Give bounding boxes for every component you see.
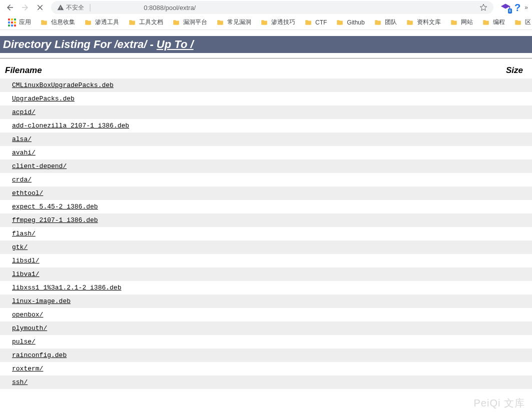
file-link[interactable]: libva1/ bbox=[12, 270, 40, 278]
bookmark-folder[interactable]: Github bbox=[333, 16, 367, 28]
bookmark-folder[interactable]: 区 bbox=[511, 16, 532, 28]
file-link[interactable]: gtk/ bbox=[12, 244, 28, 251]
bookmark-label: 漏洞平台 bbox=[183, 18, 207, 26]
bookmark-star-button[interactable] bbox=[479, 4, 487, 12]
bookmark-folder[interactable]: 渗透技巧 bbox=[257, 16, 298, 28]
bookmark-label: 团队 bbox=[385, 18, 397, 26]
star-icon bbox=[479, 4, 487, 12]
file-link[interactable]: openbox/ bbox=[12, 311, 43, 318]
column-filename: Filename bbox=[0, 62, 436, 78]
bookmark-label: 渗透技巧 bbox=[271, 18, 295, 26]
bookmark-label: 常见漏洞 bbox=[227, 18, 251, 26]
url-suffix: 0:8088/pool/extra/ bbox=[144, 4, 196, 12]
folder-icon bbox=[374, 19, 382, 26]
apps-bookmark[interactable]: 应用 bbox=[5, 16, 34, 28]
bookmark-folder[interactable]: 常见漏洞 bbox=[213, 16, 254, 28]
table-row: roxterm/ bbox=[0, 362, 532, 376]
title-prefix: Directory Listing For /extra/ - bbox=[3, 38, 157, 50]
file-link[interactable]: plymouth/ bbox=[12, 324, 47, 332]
file-link[interactable]: acpid/ bbox=[12, 108, 36, 116]
forward-button[interactable] bbox=[19, 2, 31, 14]
file-link[interactable]: expect 5.45-2 i386.deb bbox=[12, 203, 98, 210]
bookmark-folder[interactable]: 渗透工具 bbox=[81, 16, 122, 28]
bookmark-folder[interactable]: CTF bbox=[301, 16, 330, 28]
folder-icon bbox=[128, 19, 136, 26]
file-link[interactable]: pulse/ bbox=[12, 338, 36, 346]
file-link[interactable]: client-depend/ bbox=[12, 162, 67, 170]
file-link[interactable]: roxterm/ bbox=[12, 365, 43, 372]
bookmark-label: 工具文档 bbox=[139, 18, 163, 26]
table-row: alsa/ bbox=[0, 132, 532, 146]
browser-toolbar: 不安全 | 0:8088/pool/extra/ 6 ? » bbox=[0, 0, 532, 15]
bookmark-folder[interactable]: 资料文库 bbox=[403, 16, 444, 28]
page-content: Directory Listing For /extra/ - Up To / … bbox=[0, 36, 532, 389]
folder-icon bbox=[336, 19, 344, 26]
url-separator: | bbox=[89, 3, 91, 12]
overflow-chevron-icon[interactable]: » bbox=[524, 4, 528, 11]
insecure-label: 不安全 bbox=[66, 4, 84, 12]
folder-icon bbox=[450, 19, 458, 26]
file-link[interactable]: UpgradePacks.deb bbox=[12, 95, 75, 102]
bookmark-folder[interactable]: 网站 bbox=[447, 16, 476, 28]
folder-icon bbox=[172, 19, 180, 26]
stop-button[interactable] bbox=[34, 2, 46, 14]
folder-icon bbox=[260, 19, 268, 26]
table-row: ethtool/ bbox=[0, 186, 532, 200]
bookmark-folder[interactable]: 漏洞平台 bbox=[169, 16, 210, 28]
address-bar[interactable]: 不安全 | 0:8088/pool/extra/ bbox=[51, 1, 493, 14]
table-row: add-clonezilla 2107-1 i386.deb bbox=[0, 119, 532, 132]
table-row: expect 5.45-2 i386.deb bbox=[0, 200, 532, 214]
table-row: crda/ bbox=[0, 173, 532, 186]
file-link[interactable]: alsa/ bbox=[12, 136, 32, 143]
file-link[interactable]: add-clonezilla 2107-1 i386.deb bbox=[12, 122, 129, 130]
warning-icon bbox=[57, 4, 64, 11]
table-row: openbox/ bbox=[0, 308, 532, 322]
help-button[interactable]: ? bbox=[514, 2, 520, 14]
file-link[interactable]: ffmpeg 2107-1 i386.deb bbox=[12, 216, 98, 224]
bookmark-label: 编程 bbox=[493, 18, 505, 26]
folder-icon bbox=[40, 19, 48, 26]
table-row: acpid/ bbox=[0, 106, 532, 119]
back-button[interactable] bbox=[4, 2, 16, 14]
file-link[interactable]: avahi/ bbox=[12, 149, 36, 156]
bookmark-label: 资料文库 bbox=[417, 18, 441, 26]
folder-icon bbox=[84, 19, 92, 26]
file-link[interactable]: rainconfig.deb bbox=[12, 352, 67, 359]
file-link[interactable]: flash/ bbox=[12, 230, 36, 238]
extension-area: 6 ? » bbox=[498, 2, 528, 14]
directory-table: Filename Size CMLinuxBoxUpgradePacks.deb… bbox=[0, 62, 532, 389]
file-link[interactable]: CMLinuxBoxUpgradePacks.deb bbox=[12, 82, 114, 89]
apps-grid-icon bbox=[8, 18, 16, 26]
file-link[interactable]: linux-image.deb bbox=[12, 298, 71, 305]
bookmark-label: 网站 bbox=[461, 18, 473, 26]
bookmark-folder[interactable]: 团队 bbox=[371, 16, 400, 28]
divider bbox=[0, 58, 532, 58]
bookmark-folder[interactable]: 信息收集 bbox=[37, 16, 78, 28]
insecure-warning: 不安全 bbox=[57, 4, 84, 12]
table-row: pulse/ bbox=[0, 335, 532, 348]
table-row: UpgradePacks.deb bbox=[0, 92, 532, 106]
close-icon bbox=[36, 3, 45, 12]
table-row: rainconfig.deb bbox=[0, 348, 532, 362]
file-link[interactable]: crda/ bbox=[12, 176, 32, 184]
file-link[interactable]: libsdl/ bbox=[12, 257, 40, 264]
bookmark-label: Github bbox=[347, 19, 364, 26]
file-link[interactable]: ssh/ bbox=[12, 378, 28, 386]
file-link[interactable]: libxss1 1%3a1.2.1-2 i386.deb bbox=[12, 284, 121, 292]
table-row: ssh/ bbox=[0, 376, 532, 389]
extension-icon[interactable]: 6 bbox=[500, 2, 510, 12]
bookmark-folder[interactable]: 工具文档 bbox=[125, 16, 166, 28]
file-link[interactable]: ethtool/ bbox=[12, 190, 43, 197]
bookmarks-bar: 应用 信息收集渗透工具工具文档漏洞平台常见漏洞渗透技巧CTFGithub团队资料… bbox=[0, 15, 532, 30]
url-text: 0:8088/pool/extra/ bbox=[96, 4, 196, 12]
table-row: avahi/ bbox=[0, 146, 532, 160]
apps-label: 应用 bbox=[19, 18, 31, 26]
table-row: plymouth/ bbox=[0, 322, 532, 335]
directory-title: Directory Listing For /extra/ - Up To / bbox=[0, 36, 532, 53]
up-link[interactable]: Up To / bbox=[157, 38, 194, 50]
bookmark-folder[interactable]: 编程 bbox=[479, 16, 508, 28]
folder-icon bbox=[304, 19, 312, 26]
bookmark-label: 区 bbox=[525, 18, 531, 26]
table-row: libsdl/ bbox=[0, 254, 532, 268]
folder-icon bbox=[216, 19, 224, 26]
